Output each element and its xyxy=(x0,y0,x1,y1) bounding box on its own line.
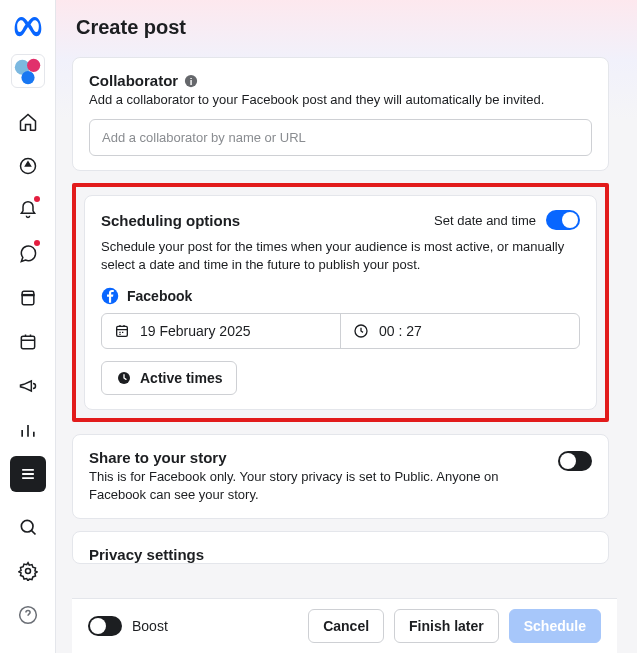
clock-filled-icon xyxy=(116,370,132,386)
svg-point-1 xyxy=(27,59,40,72)
svg-point-7 xyxy=(21,520,33,532)
privacy-card: Privacy settings xyxy=(72,531,609,564)
form-scroll[interactable]: Collaborator i Add a collaborator to you… xyxy=(72,57,617,598)
settings-icon[interactable] xyxy=(10,553,46,589)
platform-label: Facebook xyxy=(127,288,192,304)
date-picker[interactable]: 19 February 2025 xyxy=(102,314,340,348)
cancel-button[interactable]: Cancel xyxy=(308,609,384,643)
scheduling-desc: Schedule your post for the times when yo… xyxy=(101,238,580,274)
target-icon[interactable] xyxy=(10,148,46,184)
story-desc: This is for Facebook only. Your story pr… xyxy=(89,468,558,504)
datetime-row: 19 February 2025 00 : 27 xyxy=(101,313,580,349)
scheduling-highlight: Scheduling options Set date and time Sch… xyxy=(72,183,609,421)
search-icon[interactable] xyxy=(10,509,46,545)
chat-icon[interactable] xyxy=(10,236,46,272)
clock-small-icon xyxy=(353,323,369,339)
collaborator-input[interactable] xyxy=(89,119,592,156)
facebook-icon xyxy=(101,287,119,305)
svg-point-2 xyxy=(21,71,34,84)
main-content: Create post Collaborator i Add a collabo… xyxy=(56,0,637,653)
notifications-icon[interactable] xyxy=(10,192,46,228)
story-toggle[interactable] xyxy=(558,451,592,471)
file-icon[interactable] xyxy=(10,280,46,316)
page-title: Create post xyxy=(76,16,617,39)
time-picker[interactable]: 00 : 27 xyxy=(340,314,579,348)
svg-rect-6 xyxy=(21,336,34,349)
help-icon[interactable] xyxy=(10,597,46,633)
story-title: Share to your story xyxy=(89,449,558,466)
calendar-small-icon xyxy=(114,323,130,339)
collaborator-card: Collaborator i Add a collaborator to you… xyxy=(72,57,609,171)
scheduling-title: Scheduling options xyxy=(101,212,240,229)
active-times-button[interactable]: Active times xyxy=(101,361,237,395)
svg-rect-5 xyxy=(22,295,34,296)
meta-logo-icon xyxy=(13,12,43,42)
time-value: 00 : 27 xyxy=(379,323,422,339)
collaborator-desc: Add a collaborator to your Facebook post… xyxy=(89,91,592,109)
collaborator-title: Collaborator xyxy=(89,72,178,89)
megaphone-icon[interactable] xyxy=(10,368,46,404)
finish-later-button[interactable]: Finish later xyxy=(394,609,499,643)
scheduling-toggle-label: Set date and time xyxy=(434,213,536,228)
calendar-icon[interactable] xyxy=(10,324,46,360)
story-card: Share to your story This is for Facebook… xyxy=(72,434,609,519)
insights-icon[interactable] xyxy=(10,412,46,448)
active-times-label: Active times xyxy=(140,370,222,386)
schedule-button[interactable]: Schedule xyxy=(509,609,601,643)
scheduling-toggle[interactable] xyxy=(546,210,580,230)
footer-bar: Boost Cancel Finish later Schedule xyxy=(72,598,617,653)
date-value: 19 February 2025 xyxy=(140,323,251,339)
boost-toggle[interactable] xyxy=(88,616,122,636)
left-sidebar xyxy=(0,0,56,653)
svg-rect-13 xyxy=(117,326,128,336)
boost-label: Boost xyxy=(132,618,168,634)
privacy-title: Privacy settings xyxy=(89,546,592,563)
svg-text:i: i xyxy=(190,75,193,86)
menu-icon[interactable] xyxy=(10,456,46,492)
scheduling-card: Scheduling options Set date and time Sch… xyxy=(84,195,597,409)
info-icon[interactable]: i xyxy=(184,74,198,88)
svg-rect-4 xyxy=(22,291,34,304)
svg-point-8 xyxy=(25,569,30,574)
account-avatar[interactable] xyxy=(11,54,45,88)
home-icon[interactable] xyxy=(10,104,46,140)
